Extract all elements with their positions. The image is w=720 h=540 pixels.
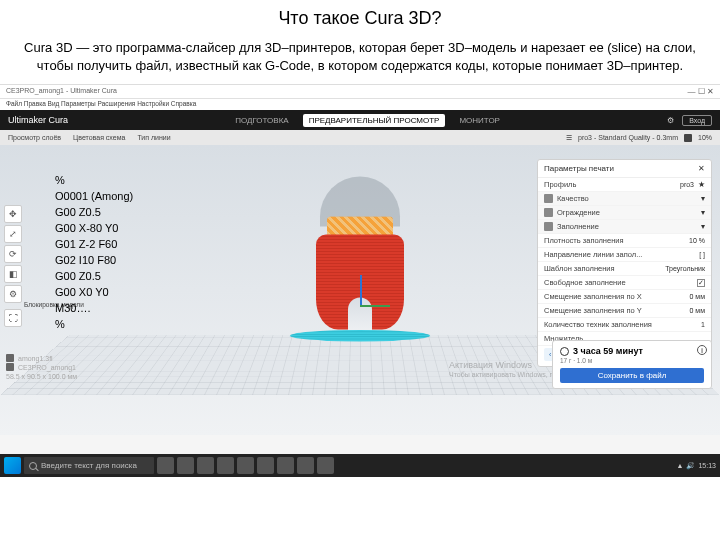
- save-panel: i 3 часа 59 минут 17 г · 1.0 м Сохранить…: [552, 340, 712, 389]
- taskbar-search[interactable]: Введите текст для поиска: [24, 457, 154, 474]
- profile-value[interactable]: pro3: [680, 181, 694, 188]
- folder-icon[interactable]: [684, 134, 692, 142]
- save-button[interactable]: Сохранить в файл: [560, 368, 704, 383]
- axis-x: [360, 305, 390, 307]
- sub-toolbar: Просмотр слоёв Цветовая схема Тип линии …: [0, 130, 720, 145]
- task-icon[interactable]: [177, 457, 194, 474]
- profile-label: Профиль: [544, 180, 676, 189]
- model-preview[interactable]: [290, 177, 430, 346]
- info-icon[interactable]: i: [697, 345, 707, 355]
- model-raft: [288, 330, 432, 341]
- task-icon[interactable]: [257, 457, 274, 474]
- tool-rotate[interactable]: ⟳: [4, 245, 22, 263]
- eye-icon: [6, 363, 14, 371]
- color-scheme[interactable]: Цветовая схема: [73, 134, 125, 141]
- search-icon: [29, 462, 37, 470]
- clock-icon: [560, 347, 569, 356]
- menu-bar[interactable]: Файл Правка Вид Параметры Расширения Нас…: [0, 99, 720, 110]
- density-input[interactable]: 10 %: [689, 237, 705, 244]
- tab-prepare[interactable]: ПОДГОТОВКА: [229, 116, 294, 125]
- cura-screenshot: CE3PRO_among1 - Ultimaker Cura — ☐ ✕ Фай…: [0, 84, 720, 477]
- task-icon[interactable]: [217, 457, 234, 474]
- signin-button[interactable]: Вход: [682, 115, 712, 126]
- window-controls[interactable]: — ☐ ✕: [688, 87, 714, 96]
- tool-move[interactable]: ✥: [4, 205, 22, 223]
- print-settings-panel: Параметры печати ✕ Профиль pro3 ★ Качест…: [537, 159, 712, 367]
- tool-lock[interactable]: ⛶: [4, 309, 22, 327]
- viewport-3d[interactable]: ✥ ⤢ ⟳ ◧ ⚙ ⛶ Блокировка модели % O0001 (A…: [0, 145, 720, 435]
- quality-icon: [544, 194, 553, 203]
- infill-pct: 10%: [698, 134, 712, 141]
- infill-icon: [544, 222, 553, 231]
- marketplace-icon[interactable]: ⚙: [667, 116, 674, 125]
- tab-preview[interactable]: ПРЕДВАРИТЕЛЬНЫЙ ПРОСМОТР: [303, 114, 446, 127]
- file-icon: [6, 354, 14, 362]
- page-description: Cura 3D — это программа-слайсер для 3D–п…: [0, 33, 720, 84]
- panel-title: Параметры печати: [544, 164, 614, 173]
- wall-icon: [544, 208, 553, 217]
- checkbox[interactable]: [697, 279, 705, 287]
- gcode-overlay: % O0001 (Among) G00 Z0.5 G00 X-80 Y0 G01…: [55, 173, 133, 332]
- page-title: Что такое Cura 3D?: [0, 0, 720, 33]
- system-tray[interactable]: ▲🔊15:13: [677, 462, 716, 470]
- star-icon: ★: [698, 180, 705, 189]
- axis-z: [360, 275, 362, 305]
- window-title: CE3PRO_among1 - Ultimaker Cura: [6, 87, 117, 96]
- task-icon[interactable]: [317, 457, 334, 474]
- line-type[interactable]: Тип линии: [137, 134, 170, 141]
- tool-scale[interactable]: ⤢: [4, 225, 22, 243]
- windows-taskbar: Введите текст для поиска ▲🔊15:13: [0, 454, 720, 477]
- task-icon[interactable]: [237, 457, 254, 474]
- task-icon[interactable]: [277, 457, 294, 474]
- window-titlebar: CE3PRO_among1 - Ultimaker Cura — ☐ ✕: [0, 85, 720, 99]
- brand: Ultimaker Cura: [8, 115, 68, 125]
- view-mode[interactable]: Просмотр слоёв: [8, 134, 61, 141]
- start-button[interactable]: [4, 457, 21, 474]
- task-icon[interactable]: [197, 457, 214, 474]
- dropdown-icon[interactable]: ☰: [566, 134, 572, 142]
- tool-mirror[interactable]: ◧: [4, 265, 22, 283]
- file-info: among1.3fl CE3PRO_among1 58.5 x 90.5 x 1…: [6, 354, 77, 381]
- tool-settings[interactable]: ⚙: [4, 285, 22, 303]
- side-toolbar: ✥ ⤢ ⟳ ◧ ⚙ ⛶: [4, 205, 22, 327]
- task-icon[interactable]: [157, 457, 174, 474]
- close-icon[interactable]: ✕: [698, 164, 705, 173]
- task-icon[interactable]: [297, 457, 314, 474]
- app-topbar: Ultimaker Cura ПОДГОТОВКА ПРЕДВАРИТЕЛЬНЫ…: [0, 110, 720, 130]
- printer-profile[interactable]: pro3 - Standard Quality - 0.3mm: [578, 134, 678, 141]
- tab-monitor[interactable]: МОНИТОР: [453, 116, 506, 125]
